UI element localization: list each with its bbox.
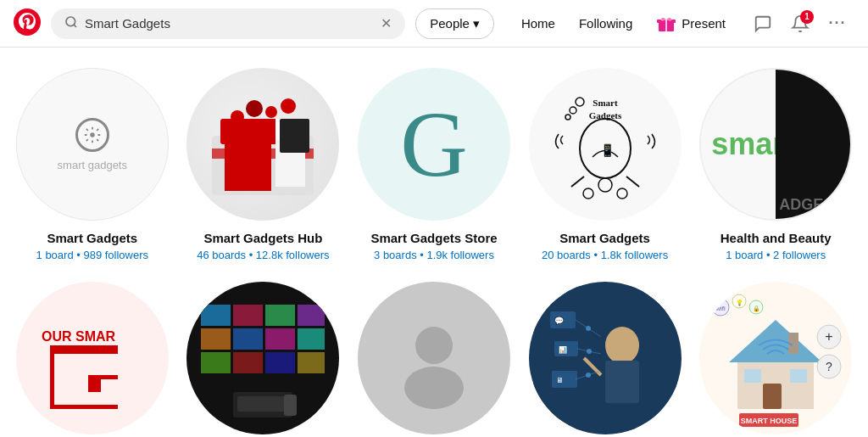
svg-text:📱: 📱 (600, 143, 615, 158)
svg-text:?: ? (826, 360, 832, 373)
svg-line-27 (626, 176, 639, 187)
person-card-8[interactable] (355, 282, 513, 437)
logo[interactable] (14, 8, 41, 39)
svg-point-12 (246, 100, 263, 117)
svg-point-13 (265, 106, 277, 118)
svg-rect-10 (257, 119, 269, 187)
followers-3: 1.9k followers (426, 249, 493, 261)
search-input[interactable] (85, 16, 374, 31)
avatar-2 (186, 68, 339, 221)
svg-rect-38 (265, 328, 295, 350)
person-card-6[interactable]: OUR SMAR ADGET (14, 282, 171, 437)
svg-rect-45 (237, 396, 288, 412)
svg-point-19 (576, 98, 584, 106)
svg-text:📊: 📊 (559, 345, 567, 354)
person-meta-2: 46 boards • 12.8k followers (197, 249, 329, 261)
nav-home[interactable]: Home (511, 9, 565, 37)
svg-rect-32 (201, 305, 231, 326)
svg-text:🔒: 🔒 (753, 305, 760, 312)
avatar-8 (358, 282, 510, 434)
svg-line-26 (571, 176, 584, 187)
person-meta-4: 20 boards • 1.8k followers (542, 249, 668, 261)
svg-rect-35 (298, 305, 325, 326)
avatar-g-letter: G (400, 98, 467, 191)
boards-2: 46 boards (197, 249, 246, 261)
notifications-button[interactable]: 1 (783, 7, 817, 41)
svg-point-23 (598, 178, 612, 192)
nav-present[interactable]: Present (646, 7, 736, 41)
nav-following[interactable]: Following (569, 9, 643, 37)
more-options-button[interactable]: ··· (821, 7, 854, 41)
svg-text:💬: 💬 (554, 316, 565, 326)
avatar-1: smart gadgets (16, 68, 169, 221)
svg-rect-40 (201, 352, 231, 373)
svg-point-24 (583, 188, 593, 199)
svg-text:Smart: Smart (593, 98, 618, 108)
avatar-4: Smart Gadgets (529, 68, 682, 221)
boards-3: 3 boards (374, 249, 417, 261)
filter-label: People (430, 16, 470, 31)
svg-rect-51 (605, 361, 639, 403)
search-icon (64, 15, 78, 32)
filter-button[interactable]: People ▾ (415, 8, 494, 39)
svg-rect-36 (201, 328, 231, 350)
svg-rect-46 (284, 395, 297, 416)
person-card-9[interactable]: 💬 📊 🖥 (526, 282, 684, 437)
person-card-5[interactable]: smart ADGE Health and Beauty 1 board • 2… (697, 68, 854, 261)
avatar-5: smart ADGE (699, 68, 852, 221)
notification-badge: 1 (800, 10, 814, 24)
person-meta-5: 1 board • 2 followers (726, 249, 826, 261)
person-meta-1: 1 board • 989 followers (36, 249, 149, 261)
followers-2: 12.8k followers (256, 249, 330, 261)
svg-point-63 (586, 373, 591, 378)
svg-rect-41 (233, 352, 263, 373)
person-card-3[interactable]: G Smart Gadgets Store 3 boards • 1.9k fo… (355, 68, 513, 261)
person-card-1[interactable]: smart gadgets Smart Gadgets 1 board • 98… (14, 68, 171, 261)
search-clear-icon[interactable]: ✕ (381, 17, 392, 31)
avatar-10: SMART HOUSE + ? wifi 💡 🔒 (699, 282, 852, 434)
svg-text:+: + (826, 329, 833, 344)
svg-point-50 (605, 327, 639, 364)
svg-rect-43 (298, 352, 325, 373)
more-icon: ··· (828, 14, 846, 32)
svg-point-62 (587, 349, 592, 354)
boards-5: 1 board (726, 249, 763, 261)
followers-1: 989 followers (83, 249, 148, 261)
svg-point-61 (586, 326, 591, 331)
svg-rect-16 (280, 119, 309, 153)
person-card-2[interactable]: Smart Gadgets Hub 46 boards • 12.8k foll… (185, 68, 342, 261)
svg-rect-69 (790, 369, 807, 383)
avatar-9: 💬 📊 🖥 (529, 282, 682, 434)
person-name-3: Smart Gadgets Store (370, 231, 497, 245)
boards-1: 1 board (36, 249, 74, 261)
chat-button[interactable] (746, 7, 780, 41)
svg-text:💡: 💡 (736, 299, 743, 306)
results-grid: smart gadgets Smart Gadgets 1 board • 98… (14, 68, 854, 437)
header-icons: 1 ··· (746, 7, 854, 41)
svg-rect-68 (744, 369, 761, 383)
svg-point-48 (404, 367, 464, 409)
svg-rect-34 (265, 305, 295, 326)
svg-rect-67 (763, 384, 782, 409)
svg-point-21 (565, 115, 570, 120)
svg-text:SMART HOUSE: SMART HOUSE (741, 417, 798, 425)
person-name-5: Health and Beauty (721, 231, 832, 245)
avatar-content-1: smart gadgets (41, 101, 144, 188)
person-card-7[interactable] (185, 282, 342, 437)
person-meta-3: 3 boards • 1.9k followers (374, 249, 494, 261)
header: ✕ People ▾ Home Following Present (0, 0, 868, 48)
search-bar: ✕ (51, 8, 405, 39)
svg-point-14 (281, 98, 296, 114)
followers-5: 2 followers (773, 249, 826, 261)
svg-text:🖥: 🖥 (556, 376, 564, 384)
svg-text:OUR SMAR: OUR SMAR (42, 329, 116, 344)
svg-point-20 (570, 107, 576, 114)
followers-4: 1.8k followers (601, 249, 668, 261)
person-card-4[interactable]: Smart Gadgets (526, 68, 684, 261)
svg-point-11 (231, 110, 244, 124)
avatar-3: G (358, 68, 510, 221)
avatar-6: OUR SMAR ADGET (16, 282, 169, 434)
svg-rect-39 (298, 328, 325, 350)
main-content: smart gadgets Smart Gadgets 1 board • 98… (0, 48, 868, 437)
person-card-10[interactable]: SMART HOUSE + ? wifi 💡 🔒 (697, 282, 854, 437)
